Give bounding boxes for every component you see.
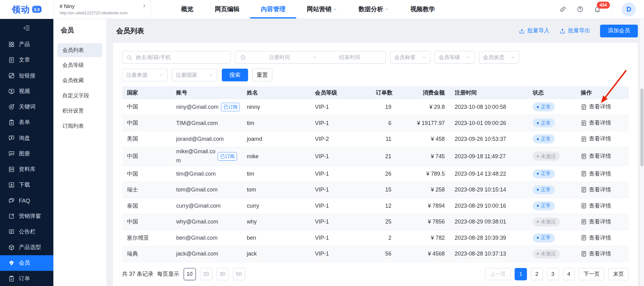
- search-input[interactable]: [135, 54, 226, 61]
- member-level-select[interactable]: 会员等级: [435, 51, 475, 64]
- page-size-50[interactable]: 50: [233, 268, 245, 280]
- sidebar-item-product-selection[interactable]: 产品选型: [0, 240, 53, 255]
- brand-logo: 领动 3.0: [0, 0, 53, 18]
- page-title: 会员列表: [116, 26, 144, 35]
- bulk-import-button[interactable]: 批量导入: [519, 27, 550, 35]
- cell-orders: 11: [371, 131, 396, 147]
- page-size-30[interactable]: 30: [216, 268, 229, 280]
- tab-content-management[interactable]: 内容管理: [250, 0, 296, 18]
- view-detail-button[interactable]: 查看详情: [581, 250, 624, 258]
- sidebar-item-faq[interactable]: FAQ: [0, 193, 53, 208]
- submenu-item-subscription-list[interactable]: 订阅列表: [57, 119, 102, 133]
- view-detail-button[interactable]: 查看详情: [581, 234, 624, 242]
- sidebar-item-articles[interactable]: 文章: [0, 52, 53, 68]
- help-icon[interactable]: [577, 6, 583, 13]
- cell-registered: 2023-08-29 09:38:01: [450, 214, 528, 230]
- view-detail-button[interactable]: 查看详情: [581, 218, 624, 225]
- view-detail-label: 查看详情: [589, 218, 611, 225]
- sidebar-item-videos[interactable]: 视频: [0, 83, 53, 99]
- reset-button[interactable]: 重置: [252, 69, 272, 81]
- chevron-down-icon: [422, 55, 427, 60]
- sidebar-item-products[interactable]: 产品: [0, 37, 53, 52]
- cell-country: 塞尔维亚: [122, 230, 171, 246]
- add-member-button[interactable]: 添加会员: [600, 25, 638, 37]
- notifications-button[interactable]: 434: [594, 6, 601, 13]
- view-detail-button[interactable]: 查看详情: [581, 186, 624, 193]
- scrollbar-thumb[interactable]: [640, 88, 644, 166]
- sidebar-item-downloads[interactable]: 下载: [0, 177, 53, 193]
- submenu-item-points-settings[interactable]: 积分设置: [57, 104, 102, 118]
- pagination-page-3[interactable]: 3: [547, 268, 559, 280]
- cell-account: niny@Gmail.com已订阅: [171, 99, 242, 115]
- sidebar-item-forms[interactable]: 表单: [0, 115, 53, 130]
- cell-orders: 19: [371, 99, 396, 115]
- search-button[interactable]: 搜索: [222, 69, 248, 81]
- column-header-registered: 注册时间: [450, 86, 528, 99]
- cell-country: 美国: [122, 131, 171, 147]
- keyword-search-field[interactable]: [122, 51, 231, 64]
- page-size-20[interactable]: 20: [200, 268, 212, 280]
- cell-registered: 2023-09-18 11:49:27: [450, 147, 528, 166]
- view-detail-button[interactable]: 查看详情: [581, 153, 624, 160]
- sidebar-item-inquiries[interactable]: 询盘: [0, 130, 53, 146]
- register-source-select[interactable]: 注册来源: [122, 69, 168, 81]
- cell-amount: ¥ 258: [396, 182, 450, 198]
- sidebar-item-library[interactable]: 资料库: [0, 162, 53, 177]
- bulk-export-button[interactable]: 批量导出: [560, 27, 590, 35]
- sidebar-item-label: 视频: [19, 88, 30, 95]
- pagination-prev-button[interactable]: 上一页: [485, 268, 511, 280]
- page-size-10[interactable]: 10: [183, 268, 196, 280]
- pagination-next-button[interactable]: 下一页: [579, 268, 605, 280]
- register-date-range-picker[interactable]: 注册时间 ~ 结束时间: [235, 51, 386, 64]
- member-table: 国家账号姓名会员等级订单数消费金额注册时间状态操作 中国niny@Gmail.c…: [122, 86, 629, 262]
- cell-amount: ¥ 29.8: [396, 99, 450, 115]
- tab-site-marketing[interactable]: 网站营销: [296, 0, 348, 18]
- sidebar-item-short-links[interactable]: 短链接: [0, 68, 53, 83]
- member-status-select[interactable]: 会员状态: [479, 51, 519, 64]
- view-detail-button[interactable]: 查看详情: [581, 170, 624, 178]
- view-detail-button[interactable]: 查看详情: [581, 135, 624, 143]
- submenu-item-member-levels[interactable]: 会员等级: [57, 58, 102, 72]
- sidebar-collapse-button[interactable]: [0, 19, 53, 37]
- cell-level: VIP-1: [310, 198, 371, 214]
- link-icon[interactable]: [560, 6, 566, 13]
- user-avatar[interactable]: D: [622, 2, 636, 16]
- view-detail-button[interactable]: 查看详情: [581, 202, 624, 210]
- tab-overview[interactable]: 概览: [171, 0, 204, 18]
- sidebar-item-keywords[interactable]: 关键词: [0, 99, 53, 115]
- pagination-page-4[interactable]: 4: [563, 268, 575, 280]
- cell-level: VIP-1: [310, 182, 371, 198]
- submenu-item-member-favorites[interactable]: 会员收藏: [57, 74, 102, 88]
- member-tag-select[interactable]: 会员标签: [390, 51, 431, 64]
- cell-orders: 25: [371, 214, 396, 230]
- sidebar-item-gallery[interactable]: 图册: [0, 146, 53, 161]
- doc-lines-icon: [581, 153, 587, 159]
- brand-name: 领动: [12, 3, 30, 15]
- database-icon: [8, 166, 15, 173]
- sidebar-item-bulletin[interactable]: 公告栏: [0, 224, 53, 240]
- pagination-page-2[interactable]: 2: [531, 268, 543, 280]
- cell-amount: ¥ 19177.97: [396, 115, 450, 131]
- table-row: 中国mike@Gmail.co m已订阅mikeVIP-121¥ 7452023…: [122, 147, 629, 166]
- tab-web-editor[interactable]: 网页编辑: [204, 0, 250, 18]
- column-header-actions: 操作: [576, 86, 629, 99]
- sidebar-item-orders[interactable]: 订单: [0, 271, 53, 286]
- register-country-select[interactable]: 注册国家: [172, 69, 217, 81]
- site-switcher[interactable]: # Niny http://en-site81222720.ldwebsite.…: [53, 0, 151, 18]
- clipboard-icon: [8, 119, 15, 126]
- submenu-item-member-list[interactable]: 会员列表: [57, 43, 102, 57]
- sidebar-item-members[interactable]: 会员: [0, 255, 53, 271]
- pagination-last-button[interactable]: 末页: [608, 268, 629, 280]
- scrollbar-track[interactable]: [639, 18, 644, 286]
- view-detail-button[interactable]: 查看详情: [581, 119, 624, 127]
- view-detail-button[interactable]: 查看详情: [581, 103, 624, 111]
- status-dot-icon: [537, 122, 539, 124]
- table-body: 中国niny@Gmail.com已订阅ninnyVIP-119¥ 29.8202…: [122, 99, 629, 262]
- submenu-item-custom-fields[interactable]: 自定义字段: [57, 89, 102, 103]
- doc-lines-icon: [581, 219, 587, 225]
- tab-video-tutorial[interactable]: 视频教学: [400, 0, 445, 18]
- bulk-import-label: 批量导入: [528, 27, 550, 35]
- tab-data-analytics[interactable]: 数据分析: [348, 0, 400, 18]
- sidebar-item-marketing-popup[interactable]: 营销弹窗: [0, 208, 53, 224]
- pagination-page-1[interactable]: 1: [515, 268, 527, 280]
